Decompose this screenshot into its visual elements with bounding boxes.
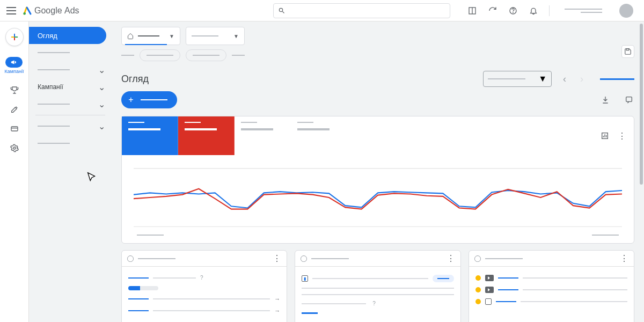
bulb-icon	[127, 255, 134, 262]
home-icon	[127, 33, 134, 39]
more-icon[interactable]: ⋮	[447, 253, 455, 264]
rail-goals[interactable]	[9, 85, 20, 96]
search-icon	[278, 7, 286, 14]
filter-bar: ▼ ▼	[121, 27, 634, 45]
line-chart	[134, 163, 622, 232]
date-range-dropdown[interactable]: ▼	[483, 71, 552, 87]
avatar[interactable]	[619, 4, 633, 18]
sidebar-item[interactable]: ⌄	[29, 96, 112, 113]
rail-campaigns-label: Кампанії	[5, 69, 24, 74]
save-view-button[interactable]	[621, 45, 634, 58]
caret-down-icon: ▼	[538, 74, 547, 84]
list-item[interactable]	[475, 284, 627, 296]
more-icon[interactable]: ⋮	[617, 130, 627, 141]
svg-point-4	[513, 12, 514, 13]
chart-settings-icon[interactable]	[599, 130, 610, 141]
svg-rect-9	[626, 97, 632, 102]
sidebar-item[interactable]: ⌄	[29, 61, 112, 78]
chevron-down-icon: ⌄	[98, 99, 105, 109]
performance-chart-card: ⋮	[121, 116, 634, 244]
divider	[549, 5, 550, 16]
action-row: +	[121, 91, 634, 108]
list-item[interactable]	[475, 296, 627, 308]
main-content: ▼ ▼ Огляд ▼ ‹ › +	[112, 21, 644, 322]
caret-down-icon: ▼	[169, 33, 174, 39]
reports-icon[interactable]	[467, 6, 477, 16]
header: Google Ads	[0, 0, 644, 21]
bulb-icon	[301, 255, 307, 262]
title-row: Огляд ▼ ‹ ›	[121, 71, 634, 87]
notifications-icon[interactable]	[529, 6, 538, 16]
account-name[interactable]	[560, 9, 602, 13]
arrow-right-icon[interactable]: →	[274, 308, 280, 314]
scrollbar[interactable]	[640, 24, 643, 185]
insight-card: ⋮ ▮ ?	[295, 250, 460, 322]
more-icon[interactable]: ⋮	[620, 253, 628, 264]
rail-tools[interactable]	[9, 104, 20, 115]
header-actions	[463, 4, 638, 18]
svg-point-0	[24, 12, 26, 15]
rail-campaigns[interactable]: Кампанії	[3, 55, 26, 76]
campaign-dropdown[interactable]: ▼	[186, 27, 245, 45]
date-next-button[interactable]: ›	[574, 71, 589, 86]
nav-rail: Кампанії	[0, 21, 29, 322]
arrow-right-icon[interactable]: →	[274, 319, 280, 322]
chevron-down-icon: ⌄	[98, 65, 105, 75]
help-icon[interactable]	[508, 6, 518, 16]
chart-axis	[122, 232, 634, 236]
feedback-icon[interactable]	[624, 94, 634, 105]
chevron-down-icon: ⌄	[98, 82, 105, 92]
help-icon[interactable]: ?	[372, 301, 376, 306]
brand-ads: Ads	[64, 6, 79, 15]
arrow-right-icon[interactable]: →	[274, 296, 280, 302]
sidebar-item[interactable]	[29, 135, 112, 152]
page-title: Огляд	[121, 74, 149, 85]
create-button[interactable]	[5, 28, 24, 46]
flame-icon	[475, 275, 481, 281]
sidebar-overview-label: Огляд	[38, 32, 57, 40]
refresh-icon[interactable]	[488, 6, 497, 16]
stat-tile[interactable]	[235, 116, 291, 155]
list-item[interactable]	[475, 272, 627, 284]
sidebar: Огляд ⌄ Кампанії⌄ ⌄ ⌄	[29, 21, 112, 322]
help-icon[interactable]: ?	[200, 275, 203, 281]
recommendations-card: ⋮ ? → → →	[121, 250, 287, 322]
chevron-down-icon: ⌄	[98, 121, 105, 131]
filter-chip[interactable]	[140, 49, 180, 61]
new-campaign-button[interactable]: +	[121, 91, 177, 108]
bulb-icon	[474, 255, 481, 262]
chip-row	[121, 49, 634, 61]
stat-tile[interactable]	[178, 116, 235, 155]
chart-icon: ▮	[302, 275, 308, 282]
svg-rect-8	[626, 49, 629, 50]
assets-card: ⋮	[469, 250, 634, 322]
logo[interactable]: Google Ads	[23, 6, 79, 16]
stat-tiles: ⋮	[122, 116, 634, 155]
rail-admin[interactable]	[9, 143, 20, 153]
rail-billing[interactable]	[9, 123, 20, 134]
svg-rect-5	[11, 127, 18, 131]
sidebar-item[interactable]	[29, 44, 112, 61]
more-icon[interactable]: ⋮	[273, 253, 281, 264]
filter-chip[interactable]	[186, 49, 226, 61]
account-dropdown[interactable]: ▼	[121, 27, 180, 45]
sidebar-campaigns[interactable]: Кампанії⌄	[29, 78, 112, 96]
search-input[interactable]	[273, 3, 450, 18]
caret-down-icon: ▼	[233, 33, 239, 39]
sidebar-campaigns-label: Кампанії	[38, 83, 63, 91]
megaphone-icon	[10, 58, 18, 66]
flame-icon	[475, 287, 481, 292]
date-prev-button[interactable]: ‹	[557, 71, 572, 86]
menu-icon[interactable]	[6, 7, 16, 14]
sidebar-overview[interactable]: Огляд	[29, 27, 106, 44]
accent	[600, 78, 634, 80]
chip-label	[232, 55, 245, 56]
status-badge	[433, 275, 454, 282]
download-icon[interactable]	[600, 94, 611, 105]
stat-tile[interactable]	[122, 116, 178, 155]
brand-google: Google	[34, 6, 62, 15]
ads-logo-icon	[23, 6, 32, 16]
sidebar-item[interactable]: ⌄	[29, 118, 112, 135]
chip-label	[121, 55, 134, 56]
stat-tile[interactable]	[291, 116, 347, 155]
